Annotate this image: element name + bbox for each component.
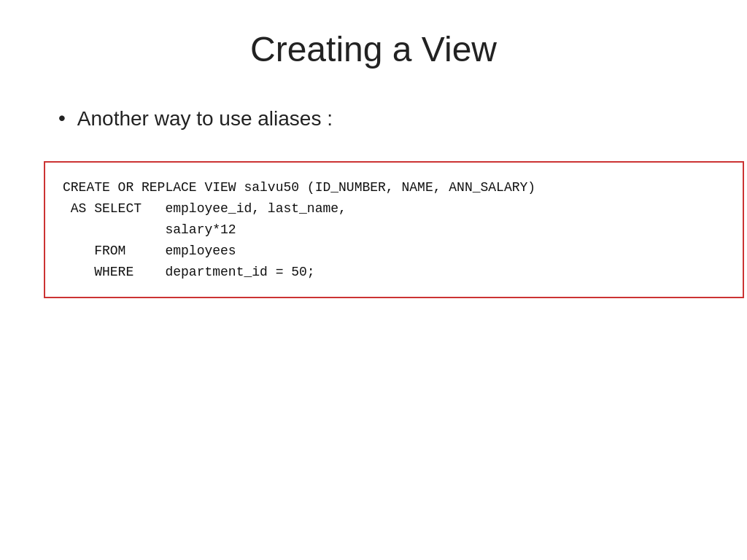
code-box: CREATE OR REPLACE VIEW salvu50 (ID_NUMBE… bbox=[44, 161, 744, 298]
bullet-text: Another way to use aliases : bbox=[77, 106, 333, 132]
code-line-1: CREATE OR REPLACE VIEW salvu50 (ID_NUMBE… bbox=[63, 180, 535, 195]
code-line-3: salary*12 bbox=[63, 222, 236, 237]
bullet-dot: • bbox=[58, 106, 66, 131]
code-line-5: WHERE department_id = 50; bbox=[63, 265, 315, 279]
bullet-item: • Another way to use aliases : bbox=[58, 106, 703, 132]
code-content: CREATE OR REPLACE VIEW salvu50 (ID_NUMBE… bbox=[63, 177, 725, 282]
code-line-2: AS SELECT employee_id, last_name, bbox=[63, 201, 347, 216]
slide-title: Creating a View bbox=[44, 29, 703, 69]
code-line-4: FROM employees bbox=[63, 244, 236, 258]
slide-container: Creating a View • Another way to use ali… bbox=[0, 0, 747, 560]
bullet-section: • Another way to use aliases : bbox=[44, 106, 703, 132]
